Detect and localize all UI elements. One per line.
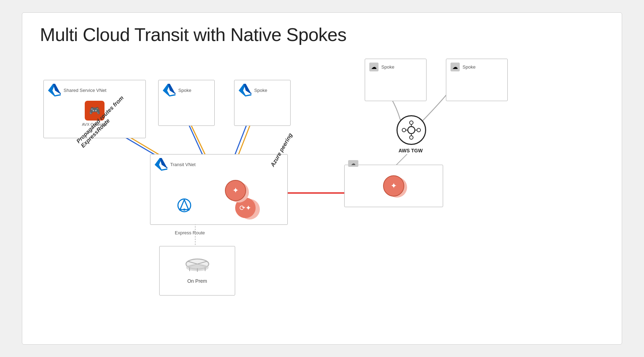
aws-transit-box: ☁ ✦ — [344, 165, 443, 207]
azure-icon-spoke1 — [163, 84, 175, 96]
svg-point-22 — [410, 121, 413, 124]
transit-vnet-box: Transit VNet ⟳✦ — [150, 154, 288, 225]
svg-marker-9 — [180, 200, 189, 210]
azure-icon-transit — [155, 158, 167, 171]
spoke2-label: Spoke — [254, 88, 267, 93]
aws-spoke2-label: Spoke — [463, 64, 476, 70]
spoke1-box: Spoke — [158, 80, 215, 126]
aws-tgw-node — [396, 115, 426, 145]
svg-point-24 — [410, 136, 413, 139]
aws-spoke1-label: Spoke — [381, 64, 394, 70]
azure-icon-shared — [48, 84, 61, 96]
svg-point-11 — [179, 209, 181, 211]
connections-svg — [22, 13, 622, 344]
shared-service-label: Shared Service VNet — [64, 88, 106, 93]
azure-transit-gw: ✦ — [225, 180, 246, 201]
transit-vnet-label: Transit VNet — [170, 162, 196, 167]
azure-icon-spoke2 — [239, 84, 251, 96]
spoke1-label: Spoke — [178, 88, 191, 93]
slide: Multi Cloud Transit with Native Spokes — [22, 12, 622, 345]
express-route-label: Express Route — [175, 230, 205, 235]
aws-tgw-label: AWS TGW — [393, 148, 428, 153]
cloud-icon-spoke1: ☁ — [369, 63, 378, 71]
aws-spoke2-box: ☁ Spoke — [446, 59, 508, 101]
azure-hub-router — [175, 196, 193, 216]
aws-spoke1-box: ☁ Spoke — [365, 59, 427, 101]
page-title: Multi Cloud Transit with Native Spokes — [40, 24, 346, 45]
on-prem-router-icon — [185, 258, 210, 274]
aws-avx-gw: ✦ — [383, 175, 404, 197]
cloud-icon-spoke2: ☁ — [451, 63, 460, 71]
svg-point-21 — [408, 127, 415, 134]
svg-point-25 — [402, 128, 406, 132]
on-prem-box: On Prem — [159, 246, 235, 295]
on-prem-label: On Prem — [187, 278, 207, 284]
spoke2-box: Spoke — [234, 80, 291, 126]
svg-point-10 — [183, 209, 185, 211]
svg-point-23 — [417, 128, 421, 132]
svg-point-12 — [187, 209, 190, 211]
